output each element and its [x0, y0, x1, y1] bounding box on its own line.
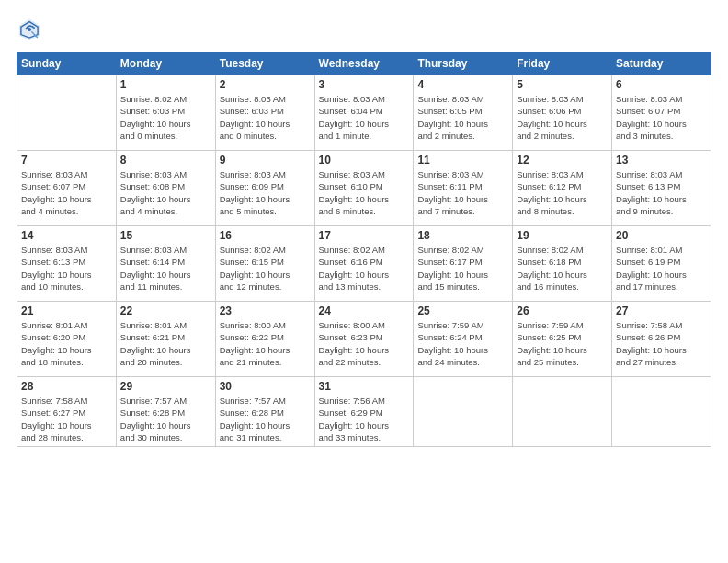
calendar-cell: 2Sunrise: 8:03 AMSunset: 6:03 PMDaylight… — [215, 75, 314, 151]
cell-info: Sunrise: 7:57 AMSunset: 6:28 PMDaylight:… — [220, 395, 311, 443]
calendar-header: SundayMondayTuesdayWednesdayThursdayFrid… — [17, 52, 711, 75]
weekday-header-wednesday: Wednesday — [314, 52, 414, 75]
cell-info: Sunrise: 8:02 AMSunset: 6:03 PMDaylight:… — [120, 93, 211, 142]
calendar-cell: 31Sunrise: 7:56 AMSunset: 6:29 PMDayligh… — [314, 377, 414, 447]
calendar-cell: 25Sunrise: 7:59 AMSunset: 6:24 PMDayligh… — [414, 302, 513, 377]
day-number: 15 — [120, 229, 211, 242]
cell-info: Sunrise: 7:59 AMSunset: 6:24 PMDaylight:… — [417, 319, 508, 368]
day-number: 19 — [517, 229, 608, 242]
calendar-cell: 13Sunrise: 8:03 AMSunset: 6:13 PMDayligh… — [612, 151, 711, 226]
day-number: 28 — [21, 380, 112, 393]
calendar-cell: 17Sunrise: 8:02 AMSunset: 6:16 PMDayligh… — [314, 226, 414, 302]
calendar-week-4: 21Sunrise: 8:01 AMSunset: 6:20 PMDayligh… — [17, 302, 711, 377]
day-number: 11 — [417, 154, 508, 167]
calendar-cell: 5Sunrise: 8:03 AMSunset: 6:06 PMDaylight… — [513, 75, 612, 151]
logo — [17, 17, 46, 42]
weekday-header-monday: Monday — [116, 52, 215, 75]
calendar-cell: 3Sunrise: 8:03 AMSunset: 6:04 PMDaylight… — [314, 75, 414, 151]
calendar-cell: 18Sunrise: 8:02 AMSunset: 6:17 PMDayligh… — [414, 226, 513, 302]
page: SundayMondayTuesdayWednesdayThursdayFrid… — [0, 0, 728, 456]
day-number: 31 — [319, 380, 410, 393]
day-number: 12 — [517, 154, 608, 167]
calendar-week-3: 14Sunrise: 8:03 AMSunset: 6:13 PMDayligh… — [17, 226, 711, 302]
cell-info: Sunrise: 7:58 AMSunset: 6:26 PMDaylight:… — [616, 319, 707, 368]
calendar-cell: 12Sunrise: 8:03 AMSunset: 6:12 PMDayligh… — [513, 151, 612, 226]
day-number: 14 — [21, 229, 112, 242]
cell-info: Sunrise: 8:00 AMSunset: 6:23 PMDaylight:… — [319, 319, 410, 368]
weekday-header-sunday: Sunday — [17, 52, 117, 75]
calendar-cell: 4Sunrise: 8:03 AMSunset: 6:05 PMDaylight… — [414, 75, 513, 151]
day-number: 18 — [417, 229, 508, 242]
calendar-cell: 14Sunrise: 8:03 AMSunset: 6:13 PMDayligh… — [17, 226, 117, 302]
cell-info: Sunrise: 8:03 AMSunset: 6:05 PMDaylight:… — [417, 93, 508, 142]
cell-info: Sunrise: 8:03 AMSunset: 6:09 PMDaylight:… — [220, 168, 311, 217]
calendar-cell: 10Sunrise: 8:03 AMSunset: 6:10 PMDayligh… — [314, 151, 414, 226]
day-number: 25 — [417, 304, 508, 317]
cell-info: Sunrise: 8:03 AMSunset: 6:13 PMDaylight:… — [616, 168, 707, 217]
cell-info: Sunrise: 8:03 AMSunset: 6:13 PMDaylight:… — [21, 244, 112, 293]
day-number: 20 — [616, 229, 707, 242]
header — [17, 17, 711, 42]
calendar-week-2: 7Sunrise: 8:03 AMSunset: 6:07 PMDaylight… — [17, 151, 711, 226]
cell-info: Sunrise: 7:56 AMSunset: 6:29 PMDaylight:… — [319, 395, 410, 443]
calendar-cell: 24Sunrise: 8:00 AMSunset: 6:23 PMDayligh… — [314, 302, 414, 377]
day-number: 22 — [120, 304, 211, 317]
cell-info: Sunrise: 7:59 AMSunset: 6:25 PMDaylight:… — [517, 319, 608, 368]
calendar-cell: 8Sunrise: 8:03 AMSunset: 6:08 PMDaylight… — [116, 151, 215, 226]
cell-info: Sunrise: 8:03 AMSunset: 6:06 PMDaylight:… — [517, 93, 608, 142]
calendar-cell: 27Sunrise: 7:58 AMSunset: 6:26 PMDayligh… — [612, 302, 711, 377]
day-number: 21 — [21, 304, 112, 317]
calendar-cell: 29Sunrise: 7:57 AMSunset: 6:28 PMDayligh… — [116, 377, 215, 447]
logo-icon — [17, 17, 42, 42]
calendar-cell — [513, 377, 612, 447]
weekday-header-thursday: Thursday — [414, 52, 513, 75]
calendar-cell: 19Sunrise: 8:02 AMSunset: 6:18 PMDayligh… — [513, 226, 612, 302]
cell-info: Sunrise: 8:02 AMSunset: 6:18 PMDaylight:… — [517, 244, 608, 293]
day-number: 16 — [220, 229, 311, 242]
calendar-cell: 21Sunrise: 8:01 AMSunset: 6:20 PMDayligh… — [17, 302, 117, 377]
cell-info: Sunrise: 8:02 AMSunset: 6:15 PMDaylight:… — [220, 244, 311, 293]
cell-info: Sunrise: 8:03 AMSunset: 6:11 PMDaylight:… — [417, 168, 508, 217]
calendar-cell: 1Sunrise: 8:02 AMSunset: 6:03 PMDaylight… — [116, 75, 215, 151]
cell-info: Sunrise: 8:03 AMSunset: 6:07 PMDaylight:… — [616, 93, 707, 142]
day-number: 3 — [319, 78, 410, 91]
cell-info: Sunrise: 8:03 AMSunset: 6:08 PMDaylight:… — [120, 168, 211, 217]
calendar-cell: 23Sunrise: 8:00 AMSunset: 6:22 PMDayligh… — [215, 302, 314, 377]
day-number: 24 — [319, 304, 410, 317]
cell-info: Sunrise: 8:01 AMSunset: 6:19 PMDaylight:… — [616, 244, 707, 293]
calendar-cell: 7Sunrise: 8:03 AMSunset: 6:07 PMDaylight… — [17, 151, 117, 226]
cell-info: Sunrise: 8:01 AMSunset: 6:21 PMDaylight:… — [120, 319, 211, 368]
calendar-cell: 6Sunrise: 8:03 AMSunset: 6:07 PMDaylight… — [612, 75, 711, 151]
calendar-cell: 9Sunrise: 8:03 AMSunset: 6:09 PMDaylight… — [215, 151, 314, 226]
cell-info: Sunrise: 7:57 AMSunset: 6:28 PMDaylight:… — [120, 395, 211, 443]
calendar-cell: 20Sunrise: 8:01 AMSunset: 6:19 PMDayligh… — [612, 226, 711, 302]
cell-info: Sunrise: 8:03 AMSunset: 6:03 PMDaylight:… — [220, 93, 311, 142]
day-number: 26 — [517, 304, 608, 317]
calendar-cell: 26Sunrise: 7:59 AMSunset: 6:25 PMDayligh… — [513, 302, 612, 377]
cell-info: Sunrise: 8:03 AMSunset: 6:14 PMDaylight:… — [120, 244, 211, 293]
cell-info: Sunrise: 8:02 AMSunset: 6:17 PMDaylight:… — [417, 244, 508, 293]
day-number: 9 — [220, 154, 311, 167]
day-number: 10 — [319, 154, 410, 167]
calendar-cell — [414, 377, 513, 447]
calendar-cell: 16Sunrise: 8:02 AMSunset: 6:15 PMDayligh… — [215, 226, 314, 302]
weekday-row: SundayMondayTuesdayWednesdayThursdayFrid… — [17, 52, 711, 75]
day-number: 30 — [220, 380, 311, 393]
calendar-cell: 22Sunrise: 8:01 AMSunset: 6:21 PMDayligh… — [116, 302, 215, 377]
calendar-cell: 28Sunrise: 7:58 AMSunset: 6:27 PMDayligh… — [17, 377, 117, 447]
cell-info: Sunrise: 8:02 AMSunset: 6:16 PMDaylight:… — [319, 244, 410, 293]
day-number: 17 — [319, 229, 410, 242]
day-number: 6 — [616, 78, 707, 91]
weekday-header-friday: Friday — [513, 52, 612, 75]
cell-info: Sunrise: 8:03 AMSunset: 6:04 PMDaylight:… — [319, 93, 410, 142]
calendar-cell: 30Sunrise: 7:57 AMSunset: 6:28 PMDayligh… — [215, 377, 314, 447]
weekday-header-saturday: Saturday — [612, 52, 711, 75]
day-number: 1 — [120, 78, 211, 91]
calendar-cell — [612, 377, 711, 447]
day-number: 4 — [417, 78, 508, 91]
day-number: 8 — [120, 154, 211, 167]
day-number: 23 — [220, 304, 311, 317]
calendar-week-5: 28Sunrise: 7:58 AMSunset: 6:27 PMDayligh… — [17, 377, 711, 447]
cell-info: Sunrise: 8:03 AMSunset: 6:07 PMDaylight:… — [21, 168, 112, 217]
calendar-cell — [17, 75, 117, 151]
